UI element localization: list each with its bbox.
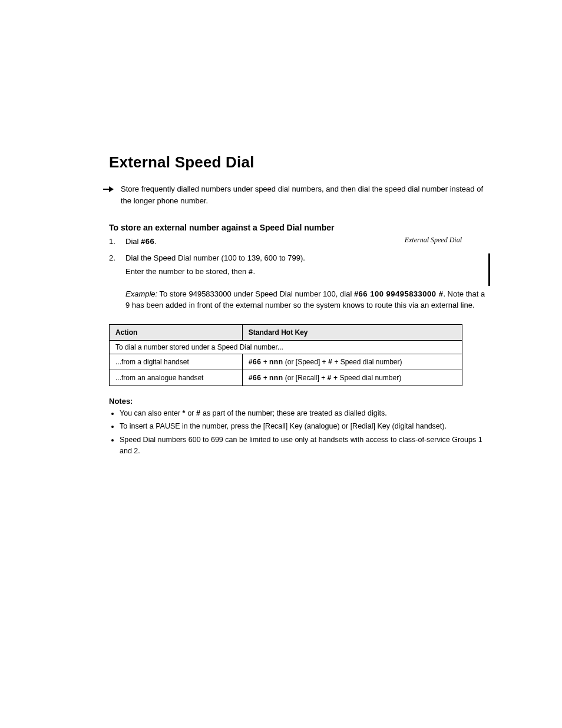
step2-sub-prefix: Enter the number to be stored, then (125, 267, 249, 276)
lead-block: Store frequently dialled numbers under s… (103, 183, 491, 206)
example-block: Example: To store 9495833000 under Speed… (125, 288, 491, 311)
example-text-1: To store 9495833000 under Speed Dial num… (160, 289, 354, 298)
table-row: ...from a digital handset #66 + nnn (or … (110, 354, 462, 370)
row0-kbd1: #66 (249, 358, 262, 366)
accent-bar (488, 253, 490, 286)
note0-mid2: as part of the number; these are treated… (200, 409, 386, 417)
arrow-right-icon (103, 185, 116, 193)
step1-prefix: Dial (125, 237, 141, 246)
row1-kbd3: # (328, 374, 332, 382)
row1-after1: (or [Recall] + (283, 374, 328, 382)
step2-kbd: # (249, 267, 253, 276)
note-item: You can also enter * or # as part of the… (120, 408, 491, 419)
step2-sub-after: . (253, 267, 256, 276)
row0-hotkey: #66 + nnn (or [Speed] + # + Speed dial n… (242, 354, 462, 370)
note1-pre: To insert a PAUSE in the number, press t… (120, 422, 447, 430)
store-heading: To store an external number against a Sp… (109, 223, 491, 232)
store-step-2: Dial the Speed Dial number (100 to 139, … (109, 252, 491, 278)
row1-kbd2: nnn (269, 374, 283, 382)
row1-between: + (261, 374, 269, 382)
row0-after2: + Speed dial number) (332, 358, 402, 366)
note-item: Speed Dial numbers 600 to 699 can be lim… (120, 434, 491, 457)
page: External Speed Dial External Speed Dial … (0, 153, 562, 728)
section-title: External Speed Dial (109, 153, 491, 172)
notes-list: You can also enter * or # as part of the… (109, 408, 491, 457)
lead-text: Store frequently dialled numbers under s… (121, 183, 491, 206)
note0-pre: You can also enter (120, 409, 183, 417)
step1-kbd: #66 (141, 237, 154, 246)
note2-pre: Speed Dial numbers 600 to 699 can be lim… (120, 436, 482, 455)
table-span-row: To dial a number stored under a Speed Di… (110, 340, 462, 354)
row0-between: + (261, 358, 269, 366)
row1-hotkey: #66 + nnn (or [Recall] + # + Speed dial … (242, 370, 462, 386)
row0-kbd2: nnn (269, 358, 283, 366)
example-label: Example: (125, 289, 157, 298)
step1-rest: . (154, 237, 157, 246)
note-item: To insert a PAUSE in the number, press t… (120, 421, 491, 432)
example-kbd: #66 100 99495833000 # (354, 289, 443, 298)
table-span-cell: To dial a number stored under a Speed Di… (110, 340, 462, 354)
running-head: External Speed Dial (405, 236, 462, 245)
command-table: Action Standard Hot Key To dial a number… (109, 324, 462, 386)
note0-mid1: or (186, 409, 196, 417)
col-action: Action (110, 324, 243, 340)
row0-after1: (or [Speed] + (283, 358, 328, 366)
row0-action: ...from a digital handset (110, 354, 243, 370)
col-hotkey: Standard Hot Key (242, 324, 462, 340)
table-header-row: Action Standard Hot Key (110, 324, 462, 340)
row1-after2: + Speed dial number) (332, 374, 401, 382)
row1-action: ...from an analogue handset (110, 370, 243, 386)
row1-kbd1: #66 (249, 374, 262, 382)
step2-prefix: Dial the Speed Dial number (100 to 139, … (125, 253, 305, 262)
table-row: ...from an analogue handset #66 + nnn (o… (110, 370, 462, 386)
notes-heading: Notes: (109, 397, 491, 406)
